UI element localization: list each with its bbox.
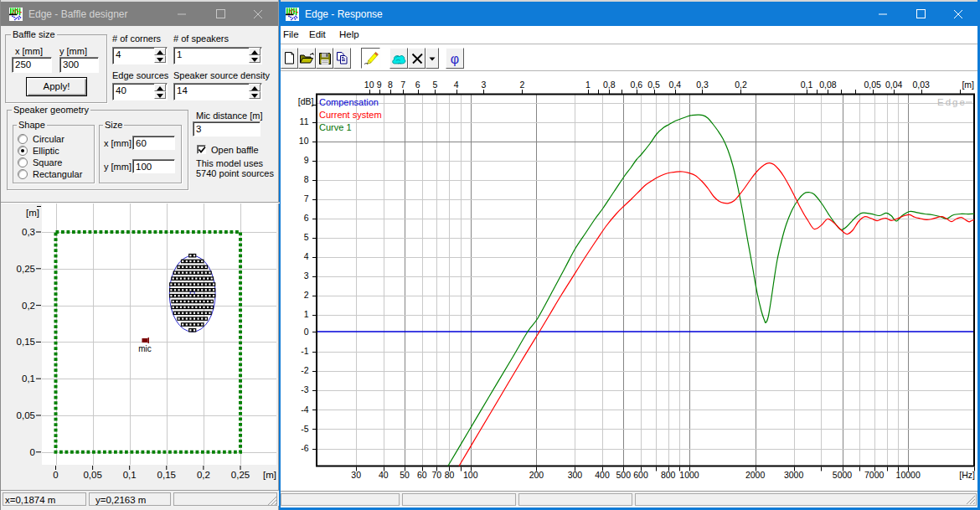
svg-text:0,03: 0,03: [912, 80, 930, 90]
svg-text:300: 300: [568, 470, 583, 480]
svg-text:500: 500: [616, 470, 632, 480]
svg-text:Current system: Current system: [319, 110, 382, 120]
svg-text:2: 2: [304, 290, 309, 300]
svg-text:0,04: 0,04: [885, 80, 903, 90]
svg-text:3: 3: [304, 270, 309, 281]
svg-text:-6: -6: [301, 443, 308, 453]
svg-text:0,05: 0,05: [864, 80, 881, 90]
svg-text:0,15: 0,15: [17, 337, 35, 347]
svg-text:100: 100: [463, 470, 478, 480]
svg-text:3: 3: [481, 80, 486, 90]
svg-text:0,1: 0,1: [22, 373, 35, 384]
svg-text:0,1: 0,1: [801, 80, 813, 90]
svg-text:1: 1: [304, 309, 309, 319]
svg-text:4: 4: [454, 80, 459, 90]
svg-text:400: 400: [595, 470, 610, 480]
svg-text:600: 600: [633, 470, 648, 480]
svg-text:7000: 7000: [864, 470, 885, 480]
svg-text:5: 5: [304, 232, 309, 242]
svg-text:0,25: 0,25: [17, 264, 35, 274]
svg-text:0,4: 0,4: [669, 80, 682, 90]
svg-text:0,6: 0,6: [631, 80, 643, 90]
svg-text:11: 11: [300, 116, 309, 126]
svg-text:0,2: 0,2: [735, 80, 747, 90]
svg-text:70: 70: [431, 470, 441, 480]
svg-text:4: 4: [304, 251, 309, 261]
svg-text:7: 7: [304, 193, 309, 203]
svg-text:0,1: 0,1: [123, 470, 137, 480]
svg-text:10: 10: [364, 80, 374, 90]
svg-text:-4: -4: [301, 404, 308, 415]
svg-text:5000: 5000: [833, 470, 853, 480]
svg-text:30: 30: [351, 470, 361, 480]
svg-text:-5: -5: [301, 424, 308, 434]
svg-text:[m]: [m]: [962, 80, 974, 90]
svg-text:Edge: Edge: [937, 97, 967, 107]
svg-text:0,3: 0,3: [22, 227, 35, 237]
svg-text:0,5: 0,5: [647, 80, 660, 90]
svg-text:-1: -1: [301, 346, 308, 356]
svg-text:3000: 3000: [784, 470, 804, 480]
svg-text:2: 2: [519, 80, 524, 90]
svg-text:-2: -2: [301, 365, 308, 375]
svg-text:60: 60: [417, 470, 427, 480]
svg-text:0,05: 0,05: [17, 410, 35, 420]
svg-text:[m]: [m]: [26, 208, 39, 218]
svg-text:6: 6: [304, 213, 309, 223]
svg-text:0,3: 0,3: [696, 80, 709, 90]
svg-text:[Hz]: [Hz]: [959, 470, 975, 480]
svg-text:6: 6: [415, 80, 420, 90]
svg-text:50: 50: [400, 470, 410, 480]
svg-text:0,2: 0,2: [22, 301, 35, 311]
svg-text:7: 7: [400, 80, 405, 90]
svg-text:mic: mic: [138, 344, 152, 353]
svg-text:0,25: 0,25: [231, 470, 250, 480]
svg-text:Compensation: Compensation: [319, 97, 379, 107]
svg-text:Curve 1: Curve 1: [319, 122, 352, 132]
svg-text:9: 9: [304, 155, 309, 165]
svg-text:800: 800: [661, 470, 676, 480]
svg-text:1: 1: [585, 80, 591, 90]
svg-text:8: 8: [304, 174, 309, 184]
svg-text:10: 10: [299, 136, 309, 146]
svg-text:0: 0: [30, 447, 35, 457]
svg-text:0,8: 0,8: [603, 80, 616, 90]
svg-text:9: 9: [377, 80, 382, 90]
svg-text:1000: 1000: [679, 470, 699, 480]
svg-text:[m]: [m]: [263, 470, 276, 480]
svg-text:0,08: 0,08: [819, 80, 837, 90]
svg-text:0: 0: [53, 470, 58, 480]
svg-text:0,05: 0,05: [83, 470, 101, 480]
svg-text:5: 5: [432, 80, 437, 90]
svg-text:40: 40: [379, 470, 389, 480]
svg-text:8: 8: [388, 80, 393, 90]
svg-text:80: 80: [445, 470, 455, 480]
svg-text:[dB]: [dB]: [298, 96, 314, 106]
svg-text:10000: 10000: [896, 470, 921, 480]
svg-text:200: 200: [529, 470, 544, 480]
svg-text:-3: -3: [301, 384, 308, 394]
svg-text:0: 0: [304, 327, 309, 337]
svg-text:0,2: 0,2: [197, 470, 210, 480]
svg-text:2000: 2000: [745, 470, 766, 480]
svg-text:0,15: 0,15: [157, 470, 176, 480]
